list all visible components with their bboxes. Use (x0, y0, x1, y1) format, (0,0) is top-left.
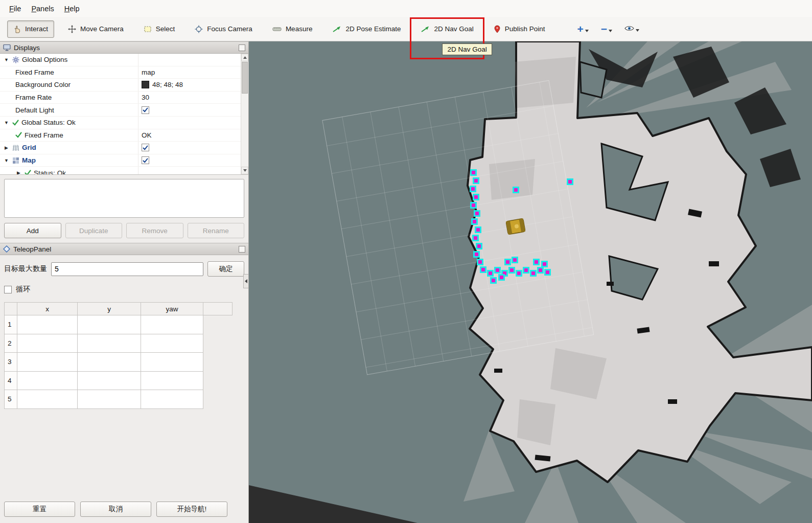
tree-row-value[interactable] (138, 142, 248, 154)
enable-checkbox[interactable] (142, 156, 149, 164)
expander-icon[interactable]: ▼ (3, 120, 10, 125)
grid-overlay (322, 80, 594, 374)
goals-table: xyyaw 12345 (4, 302, 233, 409)
remove-button[interactable]: Remove (126, 223, 183, 238)
tree-row-background-color[interactable]: Background Color48; 48; 48 (0, 79, 248, 92)
tree-row-fixed-frame[interactable]: Fixed Framemap (0, 66, 248, 79)
enable-checkbox[interactable] (142, 144, 149, 151)
scroll-up-icon[interactable] (241, 54, 248, 61)
tool-label: Interact (25, 25, 48, 33)
table-cell-yaw-3[interactable] (141, 353, 203, 372)
table-row-filler (203, 371, 233, 390)
tool-2d-pose-estimate[interactable]: 2D Pose Estimate (326, 20, 407, 38)
loop-checkbox[interactable] (4, 286, 12, 293)
tool-publish-point[interactable]: Publish Point (488, 20, 551, 38)
menu-help[interactable]: Help (59, 2, 85, 15)
add-button[interactable]: Add (4, 223, 61, 238)
expander-icon[interactable]: ▼ (3, 158, 10, 163)
robot-marker (506, 218, 525, 235)
displays-panel-title: Displays (14, 44, 40, 52)
expander-icon[interactable]: ▼ (3, 57, 10, 62)
enable-checkbox[interactable] (142, 106, 149, 114)
menu-file[interactable]: File (4, 2, 26, 15)
table-cell-y-2[interactable] (78, 334, 141, 353)
tree-row-global-status-ok[interactable]: ▼Global Status: Ok (0, 117, 248, 129)
table-cell-y-5[interactable] (78, 390, 141, 409)
map-icon (12, 157, 19, 164)
tool-label: Publish Point (505, 25, 545, 33)
tool-label: 2D Nav Goal (434, 25, 473, 33)
tree-scrollbar[interactable] (241, 54, 248, 174)
check-icon (25, 170, 31, 175)
table-row: 2 (5, 334, 233, 353)
tool-move-camera[interactable]: Move Camera (62, 20, 130, 38)
teleop-panel-titlebar[interactable]: TeleopPanel (0, 243, 248, 255)
table-cell-yaw-5[interactable] (141, 390, 203, 409)
table-cell-x-2[interactable] (17, 334, 78, 353)
tree-row-value[interactable] (138, 104, 248, 116)
table-cell-x-3[interactable] (17, 353, 78, 372)
tree-row-status-ok[interactable]: ▶Status: Ok (0, 167, 248, 175)
tree-row-value (138, 167, 248, 175)
column-header-yaw[interactable]: yaw (141, 303, 203, 315)
tool-2d-nav-goal[interactable]: 2D Nav Goal (414, 20, 479, 38)
menu-panels[interactable]: Panels (26, 2, 59, 15)
table-cell-y-4[interactable] (78, 371, 141, 390)
table-cell-y-3[interactable] (78, 353, 141, 372)
tree-row-label: Frame Rate (15, 94, 52, 101)
table-corner (5, 303, 17, 315)
table-cell-yaw-1[interactable] (141, 315, 203, 334)
tree-row-frame-rate[interactable]: Frame Rate30 (0, 92, 248, 104)
tool-properties-button[interactable] (624, 25, 639, 33)
rename-button[interactable]: Rename (188, 223, 245, 238)
tree-row-grid[interactable]: ▶Grid (0, 142, 248, 154)
table-cell-yaw-4[interactable] (141, 371, 203, 390)
cancel-button[interactable]: 取消 (80, 502, 151, 517)
tree-row-value[interactable]: map (138, 66, 248, 79)
row-header: 4 (5, 371, 17, 390)
start-nav-button[interactable]: 开始导航! (156, 502, 227, 517)
tool-focus-camera[interactable]: Focus Camera (189, 20, 259, 38)
tree-row-default-light[interactable]: Default Light (0, 104, 248, 117)
expander-icon[interactable]: ▶ (15, 170, 22, 175)
panel-float-button[interactable] (239, 246, 245, 253)
reset-button[interactable]: 重置 (4, 502, 75, 517)
tree-row-value[interactable]: OK (138, 129, 248, 142)
remove-tool-button[interactable]: − (601, 25, 612, 34)
table-cell-x-1[interactable] (17, 315, 78, 334)
add-tool-button[interactable]: + (577, 25, 589, 34)
3d-viewport[interactable] (249, 41, 812, 523)
panel-float-button[interactable] (239, 44, 245, 51)
tree-row-value[interactable]: 48; 48; 48 (138, 79, 248, 91)
tree-row-label: Map (22, 156, 36, 164)
toolbar: InteractMove CameraSelectFocus CameraMea… (0, 17, 812, 41)
tool-select[interactable]: Select (137, 20, 181, 38)
panel-collapse-handle[interactable] (243, 274, 248, 288)
color-swatch[interactable] (142, 81, 149, 88)
table-cell-yaw-2[interactable] (141, 334, 203, 353)
render-view (249, 41, 812, 523)
expander-icon[interactable]: ▶ (3, 145, 10, 150)
tree-row-global-options[interactable]: ▼Global Options (0, 54, 248, 66)
tool-measure[interactable]: Measure (266, 20, 319, 38)
confirm-button[interactable]: 确定 (207, 261, 244, 277)
max-goals-input[interactable] (51, 262, 203, 276)
tool-interact[interactable]: Interact (7, 20, 54, 38)
scrollbar-thumb[interactable] (242, 62, 248, 94)
table-cell-y-1[interactable] (78, 315, 141, 334)
table-row-filler (203, 353, 233, 372)
table-cell-x-4[interactable] (17, 371, 78, 390)
tool-label: Measure (286, 25, 313, 33)
tree-row-value (138, 54, 248, 66)
column-header-y[interactable]: y (78, 303, 141, 315)
duplicate-button[interactable]: Duplicate (65, 223, 123, 238)
tree-row-fixed-frame[interactable]: Fixed FrameOK (0, 129, 248, 142)
scroll-down-icon[interactable] (241, 167, 248, 174)
column-header-x[interactable]: x (17, 303, 78, 315)
tree-row-map[interactable]: ▼Map (0, 154, 248, 167)
displays-panel-titlebar[interactable]: Displays (0, 41, 248, 54)
tree-row-value[interactable] (138, 154, 248, 167)
tree-row-value[interactable]: 30 (138, 92, 248, 104)
table-cell-x-5[interactable] (17, 390, 78, 409)
tool-label: Move Camera (80, 25, 124, 33)
